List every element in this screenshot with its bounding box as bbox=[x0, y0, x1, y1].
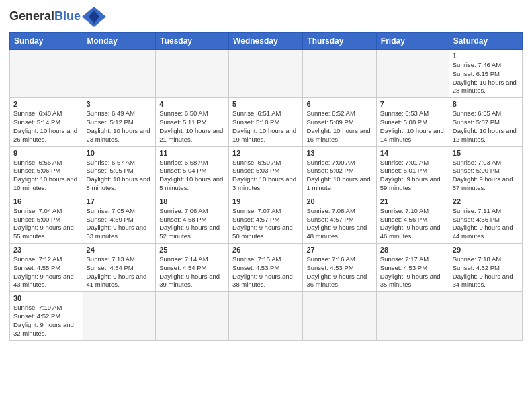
page: GeneralBlue SundayMondayTuesdayWednesday… bbox=[0, 0, 532, 411]
calendar-cell: 2Sunrise: 6:48 AM Sunset: 5:14 PM Daylig… bbox=[10, 98, 83, 146]
calendar-cell: 14Sunrise: 7:01 AM Sunset: 5:01 PM Dayli… bbox=[376, 146, 449, 195]
calendar-cell: 27Sunrise: 7:16 AM Sunset: 4:53 PM Dayli… bbox=[303, 244, 376, 292]
calendar-cell: 12Sunrise: 6:59 AM Sunset: 5:03 PM Dayli… bbox=[229, 146, 303, 195]
day-number: 29 bbox=[453, 246, 519, 254]
calendar-cell bbox=[229, 292, 303, 340]
calendar-cell: 24Sunrise: 7:13 AM Sunset: 4:54 PM Dayli… bbox=[83, 244, 156, 292]
calendar-cell: 17Sunrise: 7:05 AM Sunset: 4:59 PM Dayli… bbox=[83, 195, 156, 243]
logo-general: General bbox=[9, 9, 54, 23]
day-number: 27 bbox=[306, 246, 372, 254]
header: GeneralBlue bbox=[9, 7, 523, 27]
calendar-cell: 6Sunrise: 6:52 AM Sunset: 5:09 PM Daylig… bbox=[303, 98, 376, 146]
calendar: SundayMondayTuesdayWednesdayThursdayFrid… bbox=[9, 32, 523, 341]
day-info: Sunrise: 7:05 AM Sunset: 4:59 PM Dayligh… bbox=[87, 207, 152, 241]
day-info: Sunrise: 6:49 AM Sunset: 5:12 PM Dayligh… bbox=[87, 109, 152, 144]
day-number: 20 bbox=[306, 197, 372, 205]
day-number: 30 bbox=[13, 294, 79, 302]
calendar-cell: 15Sunrise: 7:03 AM Sunset: 5:00 PM Dayli… bbox=[449, 146, 522, 195]
day-info: Sunrise: 6:50 AM Sunset: 5:11 PM Dayligh… bbox=[159, 109, 225, 144]
calendar-cell: 20Sunrise: 7:08 AM Sunset: 4:57 PM Dayli… bbox=[303, 195, 376, 243]
day-info: Sunrise: 7:10 AM Sunset: 4:56 PM Dayligh… bbox=[380, 207, 445, 241]
day-number: 16 bbox=[13, 197, 79, 205]
day-info: Sunrise: 7:17 AM Sunset: 4:53 PM Dayligh… bbox=[380, 255, 445, 289]
day-number: 6 bbox=[306, 100, 372, 108]
calendar-cell: 13Sunrise: 7:00 AM Sunset: 5:02 PM Dayli… bbox=[303, 146, 376, 195]
day-info: Sunrise: 7:13 AM Sunset: 4:54 PM Dayligh… bbox=[87, 255, 152, 289]
day-number: 2 bbox=[13, 100, 79, 108]
logo: GeneralBlue bbox=[9, 7, 106, 27]
weekday-header: Friday bbox=[376, 33, 449, 50]
day-info: Sunrise: 6:58 AM Sunset: 5:04 PM Dayligh… bbox=[159, 158, 225, 193]
day-info: Sunrise: 6:52 AM Sunset: 5:09 PM Dayligh… bbox=[306, 109, 372, 144]
day-info: Sunrise: 6:55 AM Sunset: 5:07 PM Dayligh… bbox=[453, 109, 519, 144]
weekday-header: Wednesday bbox=[229, 33, 303, 50]
day-number: 7 bbox=[380, 100, 445, 108]
day-number: 15 bbox=[453, 149, 519, 157]
weekday-header: Thursday bbox=[303, 33, 376, 50]
calendar-cell bbox=[156, 292, 229, 340]
calendar-cell bbox=[449, 292, 522, 340]
calendar-cell bbox=[376, 292, 449, 340]
calendar-cell: 4Sunrise: 6:50 AM Sunset: 5:11 PM Daylig… bbox=[156, 98, 229, 146]
day-info: Sunrise: 7:15 AM Sunset: 4:53 PM Dayligh… bbox=[232, 255, 299, 289]
calendar-cell: 10Sunrise: 6:57 AM Sunset: 5:05 PM Dayli… bbox=[83, 146, 156, 195]
day-number: 12 bbox=[232, 149, 299, 157]
day-number: 19 bbox=[232, 197, 299, 205]
day-number: 17 bbox=[87, 197, 152, 205]
day-info: Sunrise: 7:19 AM Sunset: 4:52 PM Dayligh… bbox=[13, 304, 79, 338]
calendar-cell: 28Sunrise: 7:17 AM Sunset: 4:53 PM Dayli… bbox=[376, 244, 449, 292]
day-number: 5 bbox=[232, 100, 299, 108]
day-number: 11 bbox=[159, 149, 225, 157]
calendar-cell: 26Sunrise: 7:15 AM Sunset: 4:53 PM Dayli… bbox=[229, 244, 303, 292]
day-info: Sunrise: 7:16 AM Sunset: 4:53 PM Dayligh… bbox=[306, 255, 372, 289]
day-info: Sunrise: 7:03 AM Sunset: 5:00 PM Dayligh… bbox=[453, 158, 519, 193]
day-number: 1 bbox=[453, 52, 519, 60]
logo-icon bbox=[82, 7, 106, 27]
weekday-header: Sunday bbox=[10, 33, 83, 50]
calendar-cell: 30Sunrise: 7:19 AM Sunset: 4:52 PM Dayli… bbox=[10, 292, 83, 340]
weekday-header: Saturday bbox=[449, 33, 522, 50]
calendar-cell bbox=[83, 50, 156, 98]
day-info: Sunrise: 7:08 AM Sunset: 4:57 PM Dayligh… bbox=[306, 207, 372, 241]
calendar-cell: 22Sunrise: 7:11 AM Sunset: 4:56 PM Dayli… bbox=[449, 195, 522, 243]
weekday-header: Monday bbox=[83, 33, 156, 50]
calendar-cell: 16Sunrise: 7:04 AM Sunset: 5:00 PM Dayli… bbox=[10, 195, 83, 243]
day-info: Sunrise: 7:11 AM Sunset: 4:56 PM Dayligh… bbox=[453, 207, 519, 241]
calendar-cell bbox=[10, 50, 83, 98]
logo-text: GeneralBlue bbox=[9, 10, 81, 24]
calendar-cell: 8Sunrise: 6:55 AM Sunset: 5:07 PM Daylig… bbox=[449, 98, 522, 146]
calendar-cell: 19Sunrise: 7:07 AM Sunset: 4:57 PM Dayli… bbox=[229, 195, 303, 243]
calendar-cell: 11Sunrise: 6:58 AM Sunset: 5:04 PM Dayli… bbox=[156, 146, 229, 195]
calendar-cell bbox=[376, 50, 449, 98]
day-info: Sunrise: 7:01 AM Sunset: 5:01 PM Dayligh… bbox=[380, 158, 445, 193]
calendar-cell: 7Sunrise: 6:53 AM Sunset: 5:08 PM Daylig… bbox=[376, 98, 449, 146]
day-number: 13 bbox=[306, 149, 372, 157]
calendar-cell bbox=[229, 50, 303, 98]
day-number: 10 bbox=[87, 149, 152, 157]
day-info: Sunrise: 6:59 AM Sunset: 5:03 PM Dayligh… bbox=[232, 158, 299, 193]
day-number: 23 bbox=[13, 246, 79, 254]
logo-blue: Blue bbox=[54, 9, 81, 23]
calendar-cell bbox=[83, 292, 156, 340]
weekday-header: Tuesday bbox=[156, 33, 229, 50]
calendar-cell: 9Sunrise: 6:56 AM Sunset: 5:06 PM Daylig… bbox=[10, 146, 83, 195]
day-info: Sunrise: 6:57 AM Sunset: 5:05 PM Dayligh… bbox=[87, 158, 152, 193]
calendar-cell: 21Sunrise: 7:10 AM Sunset: 4:56 PM Dayli… bbox=[376, 195, 449, 243]
calendar-cell: 23Sunrise: 7:12 AM Sunset: 4:55 PM Dayli… bbox=[10, 244, 83, 292]
day-number: 22 bbox=[453, 197, 519, 205]
day-info: Sunrise: 7:04 AM Sunset: 5:00 PM Dayligh… bbox=[13, 207, 79, 241]
calendar-cell: 18Sunrise: 7:06 AM Sunset: 4:58 PM Dayli… bbox=[156, 195, 229, 243]
calendar-cell: 1Sunrise: 7:46 AM Sunset: 6:15 PM Daylig… bbox=[449, 50, 522, 98]
day-info: Sunrise: 6:56 AM Sunset: 5:06 PM Dayligh… bbox=[13, 158, 79, 193]
day-info: Sunrise: 6:51 AM Sunset: 5:10 PM Dayligh… bbox=[232, 109, 299, 144]
day-info: Sunrise: 6:48 AM Sunset: 5:14 PM Dayligh… bbox=[13, 109, 79, 144]
day-info: Sunrise: 7:18 AM Sunset: 4:52 PM Dayligh… bbox=[453, 255, 519, 289]
day-info: Sunrise: 7:46 AM Sunset: 6:15 PM Dayligh… bbox=[453, 61, 519, 95]
calendar-cell bbox=[156, 50, 229, 98]
day-number: 18 bbox=[159, 197, 225, 205]
calendar-cell: 25Sunrise: 7:14 AM Sunset: 4:54 PM Dayli… bbox=[156, 244, 229, 292]
day-number: 21 bbox=[380, 197, 445, 205]
day-number: 4 bbox=[159, 100, 225, 108]
day-info: Sunrise: 7:07 AM Sunset: 4:57 PM Dayligh… bbox=[232, 207, 299, 241]
day-number: 3 bbox=[87, 100, 152, 108]
